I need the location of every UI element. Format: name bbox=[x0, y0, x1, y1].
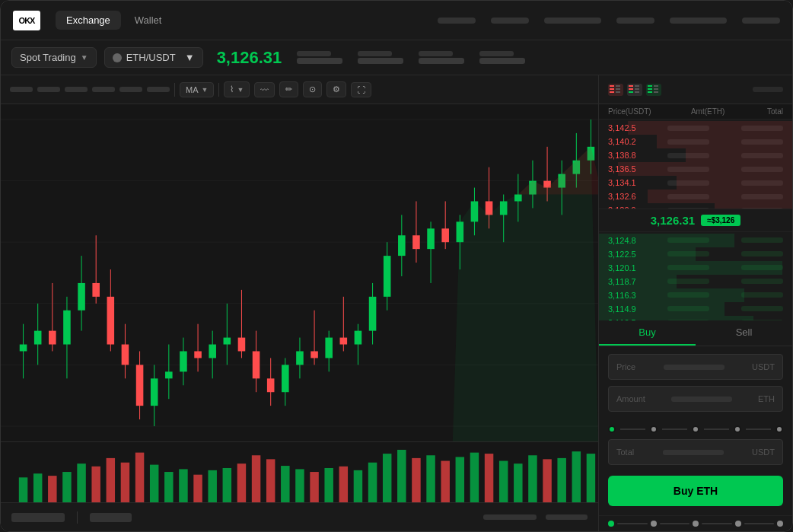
buy-order-row[interactable]: 3,118.7 bbox=[599, 275, 792, 288]
sell-order-row[interactable]: 3,130.9 bbox=[599, 203, 792, 209]
col-amount: Amt(ETH) bbox=[667, 107, 725, 116]
bottom-divider-1 bbox=[77, 511, 78, 524]
buy-button[interactable]: Buy ETH bbox=[608, 476, 783, 506]
sell-order-row[interactable]: 3,136.5 bbox=[599, 162, 792, 176]
svg-rect-13 bbox=[648, 88, 652, 90]
ob-view-buys-icon[interactable] bbox=[646, 84, 661, 96]
chart-toolbar-items: MA ▼ ⌇ ▼ 〰 ✏ ⊙ bbox=[10, 81, 371, 97]
sell-order-row[interactable]: 3,140.2 bbox=[599, 135, 792, 148]
sell-order-row[interactable]: 3,138.8 bbox=[599, 148, 792, 162]
settings-icon: ⚙ bbox=[333, 84, 340, 94]
indicator-icon: ⌇ bbox=[230, 84, 234, 94]
draw-button[interactable]: ✏ bbox=[279, 81, 298, 97]
svg-rect-8 bbox=[629, 91, 633, 93]
settings-button[interactable]: ⚙ bbox=[326, 81, 346, 97]
header-nav-2 bbox=[491, 18, 529, 24]
bottom-bar bbox=[1, 502, 598, 531]
bottom-ph-2[interactable] bbox=[90, 513, 132, 522]
svg-rect-7 bbox=[629, 88, 633, 90]
wave-icon: 〰 bbox=[260, 85, 269, 94]
price-display: 3,126.31 bbox=[217, 48, 282, 68]
scroll-dot-4[interactable] bbox=[777, 521, 783, 527]
buy-order-row[interactable]: 3,122.5 bbox=[599, 247, 792, 261]
amount-input-label: Amount bbox=[616, 394, 645, 403]
svg-rect-12 bbox=[648, 85, 652, 87]
svg-rect-5 bbox=[616, 91, 620, 93]
header: OKX Exchange Wallet bbox=[1, 1, 792, 40]
svg-rect-11 bbox=[635, 91, 639, 93]
order-rows: 3,142.5 3,140.2 3,138.8 bbox=[599, 119, 792, 320]
slider-dot-25[interactable] bbox=[650, 425, 658, 433]
tab-wallet[interactable]: Wallet bbox=[124, 11, 173, 30]
ma-button[interactable]: MA ▼ bbox=[180, 82, 214, 97]
slider-container bbox=[599, 419, 792, 439]
ct-ph-2 bbox=[37, 87, 60, 92]
slider-line-4 bbox=[746, 428, 771, 430]
tab-exchange[interactable]: Exchange bbox=[56, 11, 121, 30]
sell-order-row[interactable]: 3,132.6 bbox=[599, 190, 792, 203]
buy-total-5 bbox=[741, 292, 783, 298]
price-input-value bbox=[664, 365, 725, 370]
price-input[interactable]: Price USDT bbox=[608, 354, 783, 380]
scroll-dot-2[interactable] bbox=[693, 521, 699, 527]
buy-order-row[interactable]: 3,116.3 bbox=[599, 288, 792, 302]
scroll-dot-1[interactable] bbox=[651, 521, 657, 527]
indicator-chevron-icon: ▼ bbox=[237, 86, 244, 94]
ob-filter bbox=[753, 87, 783, 92]
sells-grid-icon bbox=[610, 85, 622, 94]
sell-order-row[interactable]: 3,142.5 bbox=[599, 121, 792, 135]
total-form: Total USDT bbox=[599, 439, 792, 473]
pair-selector-button[interactable]: ETH/USDT ▼ bbox=[104, 47, 203, 68]
spot-trading-button[interactable]: Spot Trading ▼ bbox=[11, 47, 97, 68]
slider-dot-100[interactable] bbox=[775, 425, 783, 433]
ob-view-both-icon[interactable] bbox=[627, 84, 642, 96]
scroll-dot-3[interactable] bbox=[735, 521, 741, 527]
stat-value-1 bbox=[297, 58, 342, 64]
stat-label-4 bbox=[479, 51, 514, 56]
volume-area bbox=[1, 441, 598, 502]
buy-total-6 bbox=[741, 306, 783, 311]
ob-view-icons bbox=[608, 84, 661, 96]
logo: OKX bbox=[13, 11, 40, 30]
svg-rect-2 bbox=[610, 91, 614, 93]
buy-total-4 bbox=[741, 279, 783, 284]
header-nav-1 bbox=[438, 18, 476, 24]
buy-order-row[interactable]: 3,114.9 bbox=[599, 302, 792, 316]
buy-order-row[interactable]: 3,124.8 bbox=[599, 234, 792, 247]
buy-order-row[interactable]: 3,112.5 bbox=[599, 316, 792, 321]
sell-order-row[interactable]: 3,134.1 bbox=[599, 176, 792, 190]
svg-rect-9 bbox=[635, 85, 639, 87]
buy-tab[interactable]: Buy bbox=[599, 320, 696, 346]
ob-col-headers: Price(USDT) Amt(ETH) Total bbox=[599, 104, 792, 119]
fullscreen-button[interactable]: ⛶ bbox=[351, 82, 371, 97]
scroll-line-2 bbox=[660, 523, 690, 524]
ct-separator bbox=[174, 83, 175, 97]
logo-box: OKX bbox=[13, 11, 40, 30]
bottom-scroll bbox=[599, 515, 792, 531]
slider-dot-75[interactable] bbox=[734, 425, 741, 433]
buy-total-2 bbox=[741, 251, 783, 256]
slider-dot-0[interactable] bbox=[608, 425, 616, 433]
ma-chevron-icon: ▼ bbox=[202, 86, 209, 94]
ct-ph-4 bbox=[92, 87, 115, 92]
ob-view-sells-icon[interactable] bbox=[608, 84, 623, 96]
slider-line-3 bbox=[704, 428, 729, 430]
scroll-dot-0[interactable] bbox=[608, 521, 614, 527]
screenshot-button[interactable]: ⊙ bbox=[303, 81, 322, 97]
sell-tab[interactable]: Sell bbox=[696, 320, 792, 346]
indicator-button[interactable]: ⌇ ▼ bbox=[224, 81, 250, 97]
ct-ph-1 bbox=[10, 87, 33, 92]
amount-input[interactable]: Amount ETH bbox=[608, 386, 783, 412]
bottom-ph-1[interactable] bbox=[11, 513, 65, 522]
price-value: 3,126.31 bbox=[217, 48, 282, 68]
price-input-label: Price bbox=[616, 362, 635, 371]
slider-dot-50[interactable] bbox=[692, 425, 699, 433]
buy-order-row[interactable]: 3,120.1 bbox=[599, 261, 792, 275]
wave-button[interactable]: 〰 bbox=[254, 82, 275, 97]
chart-area: MA ▼ ⌇ ▼ 〰 ✏ ⊙ bbox=[1, 75, 598, 531]
orderbook-header bbox=[599, 75, 792, 104]
total-input[interactable]: Total USDT bbox=[608, 439, 783, 465]
spot-trading-label: Spot Trading bbox=[20, 52, 76, 63]
stat-label-1 bbox=[297, 51, 331, 56]
buy-orders: 3,124.8 3,122.5 3,120.1 bbox=[599, 232, 792, 321]
